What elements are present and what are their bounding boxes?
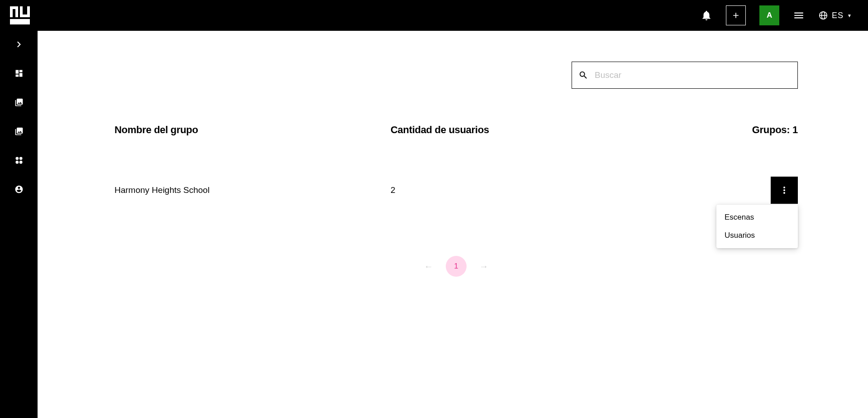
cell-group-name: Harmony Heights School: [114, 185, 391, 195]
header-right: A ES ▼: [701, 5, 852, 25]
account-icon: [14, 185, 24, 194]
main-content: Nombre del grupo Cantidad de usuarios Gr…: [38, 31, 868, 418]
svg-point-15: [19, 161, 22, 164]
svg-rect-2: [15, 6, 18, 17]
table-row: Harmony Heights School 2 Escenas Usuario…: [114, 177, 798, 204]
notifications-icon[interactable]: [701, 10, 712, 21]
sidebar: [0, 31, 38, 418]
chevron-right-icon: [17, 41, 21, 48]
plus-icon: [731, 11, 740, 20]
dropdown-item-users[interactable]: Usuarios: [716, 226, 798, 245]
column-header-count: Cantidad de usuarios: [391, 124, 707, 136]
groups-summary: Grupos: 1: [707, 124, 798, 136]
sidebar-item-account[interactable]: [14, 184, 24, 195]
menu-icon[interactable]: [793, 10, 805, 21]
dropdown-caret-icon: ▼: [847, 13, 852, 18]
pagination-next: →: [479, 261, 488, 272]
apps-icon: [14, 156, 24, 165]
svg-point-13: [19, 157, 22, 160]
pagination: ← 1 →: [114, 256, 798, 277]
search-input[interactable]: [595, 70, 791, 80]
sidebar-item-gallery[interactable]: [14, 97, 24, 108]
svg-rect-5: [20, 14, 30, 17]
pagination-prev: ←: [424, 261, 433, 272]
app-header: A ES ▼: [0, 0, 868, 31]
photo-library-icon: [14, 127, 24, 136]
svg-point-14: [15, 161, 19, 164]
cell-user-count: 2: [391, 185, 707, 195]
row-actions: Escenas Usuarios: [707, 177, 798, 204]
sidebar-item-library[interactable]: [14, 126, 24, 137]
pagination-current-page[interactable]: 1: [446, 256, 467, 277]
collections-icon: [14, 98, 24, 107]
search-icon: [578, 70, 588, 80]
language-code: ES: [832, 11, 844, 20]
table-header: Nombre del grupo Cantidad de usuarios Gr…: [114, 124, 798, 136]
search-row: [114, 62, 798, 89]
sidebar-expand[interactable]: [14, 39, 24, 50]
dashboard-icon: [14, 69, 24, 78]
language-selector[interactable]: ES ▼: [818, 10, 852, 20]
column-header-name: Nombre del grupo: [114, 124, 391, 136]
avatar-initial: A: [767, 11, 772, 20]
svg-rect-8: [10, 22, 30, 24]
search-box[interactable]: [572, 62, 798, 89]
svg-point-12: [15, 157, 19, 160]
svg-rect-6: [10, 19, 30, 22]
app-logo[interactable]: [10, 6, 32, 24]
more-vert-icon: [783, 187, 785, 194]
globe-icon: [818, 10, 828, 20]
sidebar-item-dashboard[interactable]: [14, 68, 24, 79]
sidebar-item-apps[interactable]: [14, 155, 24, 166]
add-button[interactable]: [726, 5, 746, 25]
dropdown-item-scenes[interactable]: Escenas: [716, 208, 798, 226]
row-more-button[interactable]: [771, 177, 798, 204]
user-avatar[interactable]: A: [759, 5, 779, 25]
row-dropdown-menu: Escenas Usuarios: [716, 205, 798, 248]
